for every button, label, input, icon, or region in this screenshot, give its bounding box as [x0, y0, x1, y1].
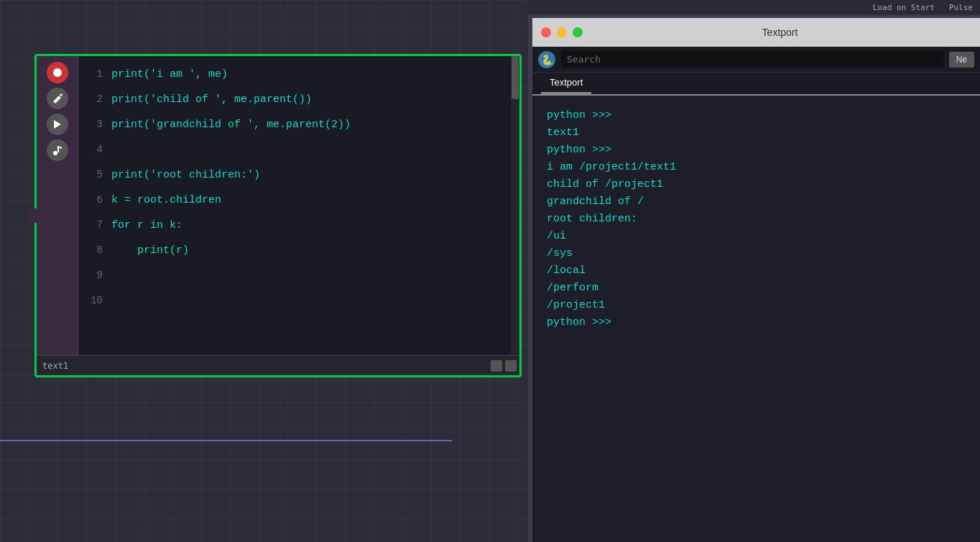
code-line-4: 4: [81, 137, 508, 162]
output-line-5: child of /project1: [547, 176, 966, 193]
run-button[interactable]: [47, 114, 68, 135]
editor-filename: text1: [42, 361, 68, 371]
load-on-start-label: Load on Start: [873, 3, 935, 12]
code-line-7: 7 for r in k:: [81, 213, 508, 238]
editor-sidebar: [37, 56, 78, 375]
tab-textport[interactable]: Textport: [541, 74, 591, 94]
code-line-9: 9: [81, 263, 508, 288]
left-notch: [29, 208, 37, 223]
code-line-6: 6 k = root.children: [81, 188, 508, 213]
editor-bottom-buttons: [491, 360, 519, 372]
code-line-2: 2 print('child of ', me.parent()): [81, 87, 508, 112]
panel-output: python >>> text1 python >>> i am /projec…: [532, 96, 980, 542]
svg-marker-1: [54, 120, 61, 129]
music-button[interactable]: [47, 139, 68, 161]
output-line-2: text1: [547, 124, 966, 142]
panel-titlebar: Textport: [532, 18, 980, 47]
scrollbar-thumb[interactable]: [512, 56, 519, 99]
code-editor: 1 print('i am ', me) 2 print('child of '…: [34, 54, 522, 377]
code-content: 1 print('i am ', me) 2 print('child of '…: [78, 56, 511, 319]
panel-search-bar: 🐍 Ne: [532, 47, 980, 73]
close-traffic-light[interactable]: [541, 27, 551, 37]
minimize-traffic-light[interactable]: [557, 27, 567, 37]
output-line-3: python >>>: [547, 142, 966, 159]
pulse-label: Pulse: [949, 3, 973, 12]
output-line-9: /sys: [547, 245, 966, 262]
panel-tabs: Textport: [532, 73, 980, 96]
output-line-4: i am /project1/text1: [547, 159, 966, 176]
editor-main[interactable]: 1 print('i am ', me) 2 print('child of '…: [78, 56, 511, 375]
panel-title: Textport: [588, 27, 971, 38]
code-line-10: 10: [81, 288, 508, 313]
edit-button[interactable]: [47, 88, 68, 109]
output-line-1: python >>>: [547, 107, 966, 124]
code-line-1: 1 print('i am ', me): [81, 62, 508, 87]
editor-bottom-bar: text1: [37, 355, 519, 375]
output-line-13: python >>>: [547, 314, 966, 331]
code-line-8: 8 print(r): [81, 238, 508, 263]
search-input[interactable]: [561, 51, 943, 68]
canvas-hline: [0, 440, 452, 441]
new-button[interactable]: Ne: [949, 52, 974, 68]
close-button[interactable]: [47, 62, 68, 83]
top-bar: Load on Start Pulse: [528, 0, 980, 14]
svg-point-0: [53, 68, 62, 77]
output-line-11: /perform: [547, 280, 966, 297]
textport-panel: Textport 🐍 Ne Textport python >>> text1 …: [532, 18, 980, 542]
editor-btn-2[interactable]: [505, 360, 517, 372]
output-line-6: grandchild of /: [547, 193, 966, 211]
svg-point-2: [53, 151, 57, 155]
output-line-10: /local: [547, 262, 966, 280]
output-line-7: root children:: [547, 211, 966, 228]
output-line-8: /ui: [547, 228, 966, 245]
code-line-3: 3 print('grandchild of ', me.parent(2)): [81, 112, 508, 137]
editor-btn-1[interactable]: [491, 360, 502, 372]
maximize-traffic-light[interactable]: [573, 27, 583, 37]
python-icon: 🐍: [538, 51, 555, 68]
output-line-12: /project1: [547, 297, 966, 314]
code-line-5: 5 print('root children:'): [81, 162, 508, 188]
editor-scrollbar[interactable]: [511, 56, 519, 375]
